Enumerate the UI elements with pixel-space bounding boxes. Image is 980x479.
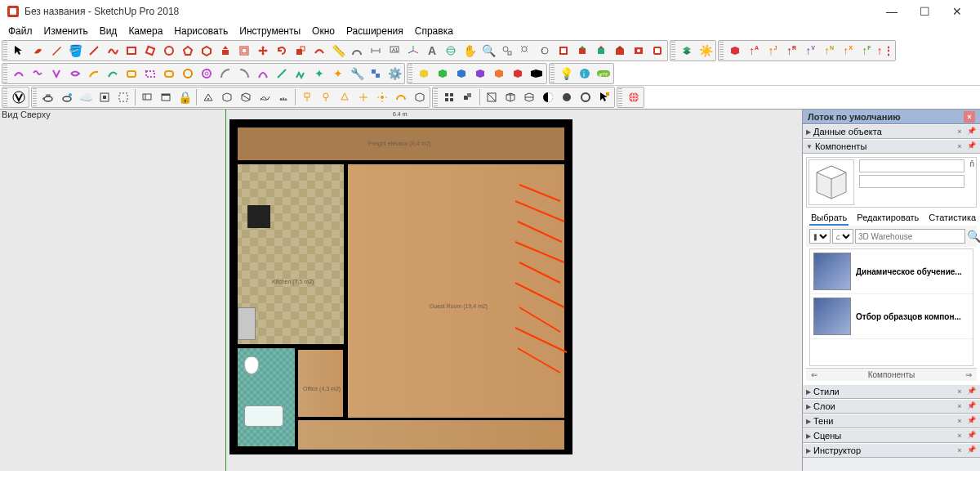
vray-icon[interactable] [10, 88, 28, 106]
panel-pin-icon[interactable]: 📌 [967, 445, 977, 455]
arrow-app-icon[interactable] [595, 88, 613, 106]
panel-pin-icon[interactable]: 📌 [967, 401, 977, 411]
rounded-rect2-icon[interactable] [160, 65, 178, 83]
viewport-canvas[interactable]: Вид Сверху 6.4 m Freight elevator (6,4 m… [0, 110, 802, 471]
panel-layers[interactable]: ▶Слои×📌 [803, 399, 980, 414]
pin-field-icon[interactable]: ň [969, 159, 974, 205]
panel-components[interactable]: ▼ Компоненты × 📌 [803, 139, 980, 154]
panel-entity-info[interactable]: ▶ Данные объекта × 📌 [803, 124, 980, 139]
section-plane-icon[interactable] [483, 88, 501, 106]
red2-up-arrow-icon[interactable]: ↑R [782, 42, 800, 60]
eraser-icon[interactable] [29, 42, 47, 60]
menu-tools[interactable]: Инструменты [234, 24, 305, 38]
wrench-icon[interactable]: 🔧 [348, 65, 366, 83]
curve4-icon[interactable] [66, 65, 84, 83]
share-model-icon[interactable] [592, 42, 610, 60]
axes-icon[interactable] [404, 42, 422, 60]
proxy-icon[interactable] [411, 88, 429, 106]
curve3-icon[interactable] [47, 65, 65, 83]
minimize-button[interactable]: — [875, 0, 908, 23]
orange-up-arrow-icon[interactable]: ↑J [764, 42, 782, 60]
globe-icon[interactable] [625, 88, 643, 106]
panel-instructor[interactable]: ▶Инструктор×📌 [803, 443, 980, 458]
tab-select[interactable]: Выбрать [809, 211, 849, 226]
move-icon[interactable] [254, 42, 272, 60]
multi-cube-icon[interactable] [459, 88, 477, 106]
view-mode-select[interactable]: ▦▾ [809, 229, 831, 244]
mesh-icon[interactable] [256, 88, 274, 106]
cube-black-icon[interactable] [528, 65, 546, 83]
line-icon[interactable] [85, 42, 103, 60]
green-up-arrow-icon[interactable]: ↑F [858, 42, 875, 60]
menu-file[interactable]: Файл [3, 24, 38, 38]
component-item[interactable]: Отбор образцов компон... [810, 294, 973, 339]
cloud-render-icon[interactable]: ☁️ [77, 88, 95, 106]
menu-help[interactable]: Справка [410, 24, 458, 38]
red-arrow-dots-icon[interactable]: ↑⋮ [876, 42, 894, 60]
sun-icon[interactable]: ☀️ [697, 42, 715, 60]
nav-prev-button[interactable]: ⇐ [811, 370, 817, 379]
star2-icon[interactable]: ✦ [329, 65, 347, 83]
pan-icon[interactable]: ✋ [461, 42, 479, 60]
light-rect-icon[interactable] [298, 88, 316, 106]
info-icon[interactable]: i [576, 65, 594, 83]
spiral1-icon[interactable] [179, 65, 197, 83]
cube-blue-icon[interactable] [452, 65, 470, 83]
teapot-icon[interactable] [39, 88, 57, 106]
section-icon[interactable] [555, 42, 572, 60]
lock-icon[interactable]: 🔒 [176, 88, 194, 106]
menu-window[interactable]: Окно [307, 24, 340, 38]
pushpull-icon[interactable] [216, 42, 234, 60]
polygon2-icon[interactable] [198, 42, 216, 60]
tray-close-icon[interactable]: × [964, 111, 975, 123]
orbit-icon[interactable] [442, 42, 460, 60]
menu-extensions[interactable]: Расширения [341, 24, 408, 38]
zoom-extents-icon[interactable] [517, 42, 535, 60]
light-ies-icon[interactable] [354, 88, 372, 106]
followme-icon[interactable] [310, 42, 328, 60]
cube-purple-icon[interactable] [471, 65, 489, 83]
floorplan-model[interactable]: 6.4 m Freight elevator (6,4 m2) Kitchen … [229, 119, 572, 454]
polygon-icon[interactable] [179, 42, 197, 60]
gold-up-arrow-icon[interactable]: ↑N [820, 42, 838, 60]
offset-icon[interactable] [235, 42, 253, 60]
curve1-icon[interactable] [10, 65, 28, 83]
close-window-button[interactable]: ✕ [941, 0, 973, 23]
camera-icon[interactable] [199, 88, 217, 106]
paint-bucket-icon[interactable]: 🪣 [66, 42, 84, 60]
rounded-rect-icon[interactable] [122, 65, 140, 83]
rect-dash-icon[interactable] [141, 65, 159, 83]
cube-yellow-icon[interactable] [415, 65, 433, 83]
fur-icon[interactable] [274, 88, 292, 106]
light-sphere-icon[interactable] [317, 88, 335, 106]
arctool3-icon[interactable] [254, 65, 272, 83]
circle-icon[interactable] [160, 42, 178, 60]
panel-shadows[interactable]: ▶Тени×📌 [803, 414, 980, 428]
star1-icon[interactable]: ✦ [310, 65, 328, 83]
pencil-icon[interactable] [47, 42, 65, 60]
curve2-icon[interactable] [29, 65, 47, 83]
cube-red-icon[interactable] [509, 65, 527, 83]
wireframe2-icon[interactable] [520, 88, 538, 106]
layout-icon[interactable] [648, 42, 666, 60]
layers-icon[interactable] [678, 42, 696, 60]
panel-pin-icon[interactable]: 📌 [967, 127, 977, 137]
panel-close-icon[interactable]: × [955, 416, 964, 426]
panel-close-icon[interactable]: × [955, 401, 964, 411]
panel-close-icon[interactable]: × [955, 127, 964, 137]
panel-pin-icon[interactable]: 📌 [967, 431, 977, 441]
stitch-icon[interactable] [292, 65, 310, 83]
panel-pin-icon[interactable]: 📌 [967, 141, 977, 151]
arctool1-icon[interactable] [216, 65, 234, 83]
maximize-button[interactable]: ☐ [908, 0, 941, 23]
search-input[interactable] [855, 229, 965, 244]
select-tool-icon[interactable] [10, 42, 28, 60]
panel-scenes[interactable]: ▶Сцены×📌 [803, 428, 980, 443]
component-desc-input[interactable] [859, 175, 964, 188]
nav-next-button[interactable]: ⇒ [965, 370, 972, 379]
previous-icon[interactable] [536, 42, 554, 60]
protractor-icon[interactable] [348, 42, 366, 60]
region-render-icon[interactable] [96, 88, 114, 106]
menu-camera[interactable]: Камера [123, 24, 167, 38]
3dwarehouse-icon[interactable] [611, 42, 629, 60]
